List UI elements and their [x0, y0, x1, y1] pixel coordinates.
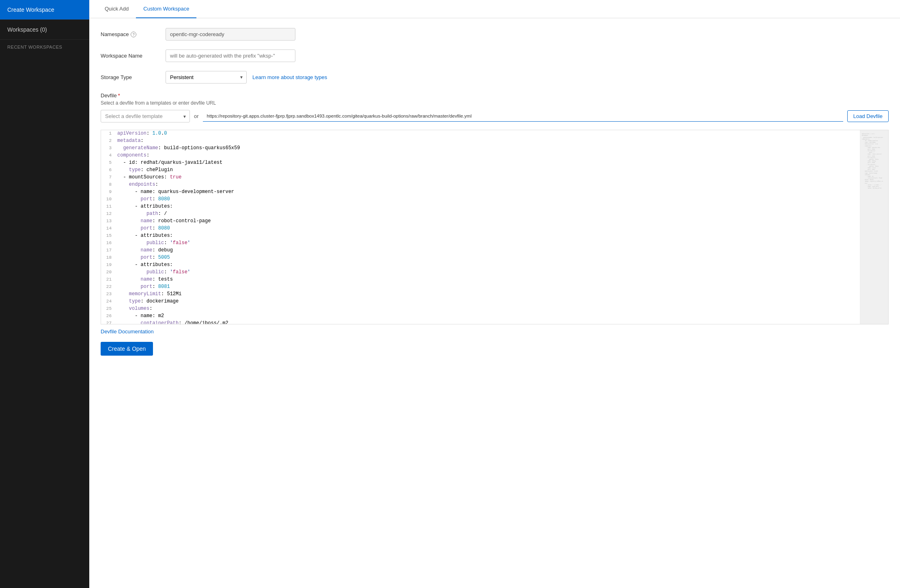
line-content: port: 8081 — [116, 284, 888, 290]
or-text: or — [194, 113, 199, 119]
code-line-8: 8 endpoints: — [101, 181, 888, 189]
code-line-4: 4components: — [101, 152, 888, 159]
line-number: 19 — [101, 262, 116, 267]
line-number: 25 — [101, 306, 116, 311]
minimap: apiVersion: 1.0.0 metadata: generateName… — [860, 130, 888, 324]
tab-bar: Quick Add Custom Workspace — [89, 0, 900, 18]
line-number: 7 — [101, 174, 116, 180]
line-content: public: 'false' — [116, 240, 888, 246]
line-content: name: debug — [116, 247, 888, 253]
line-content: - attributes: — [116, 204, 888, 209]
line-number: 17 — [101, 247, 116, 253]
line-number: 10 — [101, 196, 116, 202]
line-number: 24 — [101, 298, 116, 304]
storage-type-select[interactable]: Persistent Ephemeral Async — [166, 71, 247, 84]
sidebar-item-create-workspace[interactable]: Create Workspace — [0, 0, 89, 20]
code-line-27: 27 containerPath: /home/jboss/.m2 — [101, 320, 888, 324]
load-devfile-button[interactable]: Load Devfile — [847, 110, 889, 122]
tab-custom-workspace[interactable]: Custom Workspace — [136, 0, 196, 18]
line-number: 20 — [101, 269, 116, 275]
line-number: 5 — [101, 160, 116, 165]
required-marker: * — [118, 92, 120, 99]
line-content: name: robot-control-page — [116, 218, 888, 224]
code-line-25: 25 volumes: — [101, 305, 888, 313]
namespace-row: Namespace ? — [101, 28, 889, 41]
line-number: 4 — [101, 152, 116, 158]
line-number: 14 — [101, 225, 116, 231]
line-number: 22 — [101, 284, 116, 289]
code-line-11: 11 - attributes: — [101, 203, 888, 210]
devfile-url-input[interactable] — [203, 111, 843, 122]
sidebar-section-recent: RECENT WORKSPACES — [0, 40, 89, 53]
tab-quick-add[interactable]: Quick Add — [97, 0, 136, 18]
line-content: - id: redhat/quarkus-java11/latest — [116, 160, 888, 165]
line-content: components: — [116, 152, 888, 158]
code-line-12: 12 path: / — [101, 210, 888, 218]
code-line-21: 21 name: tests — [101, 276, 888, 283]
code-line-6: 6 type: chePlugin — [101, 167, 888, 174]
devfile-section: Devfile* Select a devfile from a templat… — [101, 92, 889, 122]
code-line-20: 20 public: 'false' — [101, 269, 888, 276]
line-number: 18 — [101, 255, 116, 260]
line-content: type: chePlugin — [116, 167, 888, 173]
code-line-19: 19 - attributes: — [101, 262, 888, 269]
line-content: - attributes: — [116, 233, 888, 238]
code-line-16: 16 public: 'false' — [101, 240, 888, 247]
line-content: metadata: — [116, 138, 888, 144]
code-editor: 1apiVersion: 1.0.02metadata:3 generateNa… — [101, 130, 889, 324]
line-number: 9 — [101, 189, 116, 194]
namespace-help-icon[interactable]: ? — [131, 32, 136, 37]
devfile-template-select[interactable]: Select a devfile template — [101, 110, 190, 122]
learn-storage-link[interactable]: Learn more about storage types — [252, 74, 327, 80]
code-line-3: 3 generateName: build-options-quarkus65x… — [101, 145, 888, 152]
form-area: Namespace ? Workspace Name Storage Type — [89, 18, 900, 588]
code-line-10: 10 port: 8080 — [101, 196, 888, 203]
line-content: - name: m2 — [116, 313, 888, 319]
line-content: port: 8080 — [116, 225, 888, 231]
workspace-name-input[interactable] — [166, 49, 295, 62]
code-line-9: 9 - name: quarkus-development-server — [101, 189, 888, 196]
line-number: 12 — [101, 211, 116, 216]
line-number: 16 — [101, 240, 116, 245]
code-line-24: 24 type: dockerimage — [101, 298, 888, 305]
line-content: path: / — [116, 211, 888, 217]
minimap-content: apiVersion: 1.0.0 metadata: generateName… — [860, 130, 888, 193]
workspace-name-input-wrapper — [166, 49, 295, 62]
sidebar-item-workspaces[interactable]: Workspaces (0) — [0, 20, 89, 40]
line-content: public: 'false' — [116, 269, 888, 275]
code-line-14: 14 port: 8080 — [101, 225, 888, 232]
line-content: memoryLimit: 512Mi — [116, 291, 888, 297]
code-line-5: 5 - id: redhat/quarkus-java11/latest — [101, 159, 888, 167]
line-number: 15 — [101, 233, 116, 238]
line-number: 3 — [101, 145, 116, 150]
devfile-label: Devfile* — [101, 92, 889, 99]
code-line-22: 22 port: 8081 — [101, 283, 888, 291]
code-line-23: 23 memoryLimit: 512Mi — [101, 291, 888, 298]
line-content: containerPath: /home/jboss/.m2 — [116, 320, 888, 324]
line-number: 2 — [101, 138, 116, 143]
code-line-15: 15 - attributes: — [101, 232, 888, 240]
line-number: 6 — [101, 167, 116, 172]
devfile-template-select-wrapper: Select a devfile template ▼ — [101, 110, 190, 122]
sidebar: Create Workspace Workspaces (0) RECENT W… — [0, 0, 89, 588]
line-content: apiVersion: 1.0.0 — [116, 131, 888, 136]
namespace-input[interactable] — [166, 28, 295, 41]
code-line-1: 1apiVersion: 1.0.0 — [101, 130, 888, 137]
line-number: 26 — [101, 313, 116, 318]
line-number: 8 — [101, 182, 116, 187]
storage-type-label: Storage Type — [101, 74, 166, 80]
line-content: port: 8080 — [116, 196, 888, 202]
line-number: 27 — [101, 320, 116, 324]
create-open-button[interactable]: Create & Open — [101, 342, 153, 356]
code-line-13: 13 name: robot-control-page — [101, 218, 888, 225]
code-line-18: 18 port: 5005 — [101, 254, 888, 262]
code-line-17: 17 name: debug — [101, 247, 888, 254]
line-number: 13 — [101, 218, 116, 223]
line-number: 1 — [101, 131, 116, 136]
workspace-name-label: Workspace Name — [101, 53, 166, 59]
devfile-description: Select a devfile from a templates or ent… — [101, 100, 889, 106]
line-number: 11 — [101, 204, 116, 209]
devfile-documentation-link[interactable]: Devfile Documentation — [101, 328, 154, 335]
line-content: port: 5005 — [116, 255, 888, 260]
line-content: endpoints: — [116, 182, 888, 187]
